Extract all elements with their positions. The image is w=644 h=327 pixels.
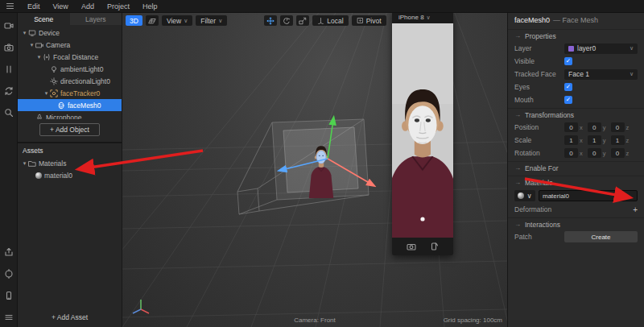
eyes-checkbox[interactable]: ✓ — [564, 83, 572, 91]
position-y-input[interactable]: 0 — [588, 122, 601, 132]
layout-columns-icon[interactable] — [4, 64, 14, 74]
menu-edit[interactable]: Edit — [27, 2, 40, 10]
tree-item-face-tracker[interactable]: ▾ faceTracker0 — [18, 87, 122, 99]
add-object-button[interactable]: + Add Object — [39, 123, 100, 136]
layer-value: layer0 — [577, 44, 596, 52]
mouth-label: Mouth — [514, 96, 564, 104]
view-dropdown[interactable]: View ∨ — [162, 15, 192, 26]
rotate-device-icon[interactable] — [429, 242, 439, 251]
search-icon[interactable] — [4, 108, 14, 118]
video-icon[interactable] — [4, 21, 14, 31]
move-tool-button[interactable] — [264, 15, 277, 26]
add-asset-button[interactable]: + Add Asset — [52, 313, 88, 327]
section-label: Enable For — [525, 164, 559, 172]
scale-label: Scale — [514, 136, 564, 144]
tree-item-microphone[interactable]: Microphone — [18, 111, 122, 119]
sync-icon[interactable] — [4, 86, 14, 96]
visible-checkbox[interactable]: ✓ — [564, 57, 572, 65]
camera-flip-icon[interactable] — [407, 242, 416, 251]
tree-item-face-mesh-selected[interactable]: faceMesh0 — [18, 99, 122, 111]
section-enable-for[interactable]: → Enable For — [508, 161, 644, 174]
asset-label: material0 — [44, 172, 72, 180]
eyes-label: Eyes — [514, 83, 564, 91]
simulator-controls — [392, 238, 453, 255]
mouth-checkbox[interactable]: ✓ — [564, 96, 572, 104]
simulator-window[interactable]: iPhone 8 ∨ — [392, 11, 453, 255]
pivot-label: Pivot — [366, 17, 382, 25]
chevron-down-icon[interactable]: ▾ — [43, 90, 50, 97]
section-arrow-icon: → — [514, 111, 521, 118]
assets-title: Assets — [18, 143, 122, 157]
rotation-z-input[interactable]: 0 — [611, 148, 625, 158]
rotation-y-input[interactable]: 0 — [588, 148, 601, 158]
section-label: Interactions — [525, 221, 560, 229]
pivot-icon — [357, 17, 364, 24]
tree-item-ambient-light[interactable]: ambientLight0 — [18, 63, 122, 75]
chevron-down-icon[interactable]: ▾ — [21, 160, 28, 167]
asset-item-material0[interactable]: material0 — [18, 169, 122, 181]
simulator-device-dropdown[interactable]: iPhone 8 ∨ — [392, 11, 453, 23]
axis-x-label: x — [580, 150, 583, 157]
tree-label: directionalLight0 — [60, 77, 110, 85]
chevron-down-icon[interactable]: ▾ — [28, 42, 35, 48]
filter-label: Filter — [200, 17, 216, 25]
scale-x-input[interactable]: 1 — [564, 135, 578, 145]
layer-select[interactable]: layer0 ∨ — [564, 43, 638, 54]
deformation-label: Deformation — [514, 205, 551, 213]
axis-y-label: y — [603, 124, 606, 131]
section-interactions[interactable]: → Interactions — [508, 217, 644, 230]
tracked-face-select[interactable]: Face 1 ∨ — [564, 69, 638, 80]
tree-item-camera[interactable]: ▾ Camera — [18, 39, 122, 51]
tree-item-focal-distance[interactable]: ▾ Focal Distance — [18, 51, 122, 63]
tree-item-directional-light[interactable]: directionalLight0 — [18, 75, 122, 87]
pivot-toggle[interactable]: Pivot — [352, 15, 386, 26]
menu-project[interactable]: Project — [107, 2, 130, 10]
create-patch-button[interactable]: Create — [564, 231, 638, 242]
asset-folder-materials[interactable]: ▾ Materials — [18, 157, 122, 169]
menu-help[interactable]: Help — [142, 2, 158, 10]
face-tracker-icon — [50, 89, 58, 97]
material-name-input[interactable] — [539, 190, 638, 201]
section-properties[interactable]: → Properties — [508, 29, 644, 42]
camera-icon[interactable] — [4, 43, 14, 52]
tab-layers[interactable]: Layers — [70, 13, 122, 25]
chevron-down-icon[interactable]: ▾ — [35, 54, 43, 60]
rotation-x-input[interactable]: 0 — [564, 148, 578, 158]
deformation-row: Deformation + — [508, 203, 644, 216]
camera-preview — [392, 23, 453, 238]
scene-panel: Scene Layers ▾ Device ▾ Camera ▾ Focal D… — [18, 13, 122, 142]
axis-y-label: y — [603, 150, 606, 157]
tab-scene[interactable]: Scene — [18, 13, 70, 25]
section-materials[interactable]: → Materials — [508, 176, 644, 188]
chevron-down-icon: ∨ — [218, 18, 222, 24]
rotate-tool-button[interactable] — [280, 15, 293, 26]
menu-view[interactable]: View — [53, 2, 68, 10]
grid-toggle-button[interactable] — [146, 15, 159, 26]
tree-item-device[interactable]: ▾ Device — [18, 27, 122, 39]
position-row: Position 0x 0y 0z — [508, 121, 644, 134]
section-arrow-icon: → — [514, 164, 521, 172]
mode-3d-button[interactable]: 3D — [126, 15, 142, 26]
position-z-input[interactable]: 0 — [611, 122, 625, 132]
export-icon[interactable] — [4, 247, 14, 257]
plug-device-icon[interactable] — [4, 269, 14, 279]
scale-tool-button[interactable] — [296, 15, 309, 26]
scale-y-input[interactable]: 1 — [588, 135, 601, 145]
menu-add[interactable]: Add — [81, 2, 94, 10]
hamburger-menu-icon[interactable] — [4, 313, 14, 322]
scale-z-input[interactable]: 1 — [611, 135, 625, 145]
position-x-input[interactable]: 0 — [564, 122, 578, 132]
material-type-select[interactable]: ∨ — [514, 190, 535, 201]
section-transformations[interactable]: → Transformations — [508, 108, 644, 121]
chevron-down-icon[interactable]: ▾ — [21, 30, 28, 36]
axis-y-label: y — [603, 137, 606, 144]
tree-label: faceMesh0 — [68, 101, 101, 110]
add-deformation-button[interactable]: + — [633, 205, 638, 214]
transform-tools: Local Pivot — [264, 15, 386, 26]
local-toggle[interactable]: Local — [312, 15, 348, 26]
phone-icon[interactable] — [4, 291, 14, 300]
filter-dropdown[interactable]: Filter ∨ — [196, 15, 227, 26]
app-menu-icon[interactable] — [6, 2, 14, 10]
device-icon — [28, 29, 36, 37]
patch-row: Patch Create — [508, 230, 644, 243]
